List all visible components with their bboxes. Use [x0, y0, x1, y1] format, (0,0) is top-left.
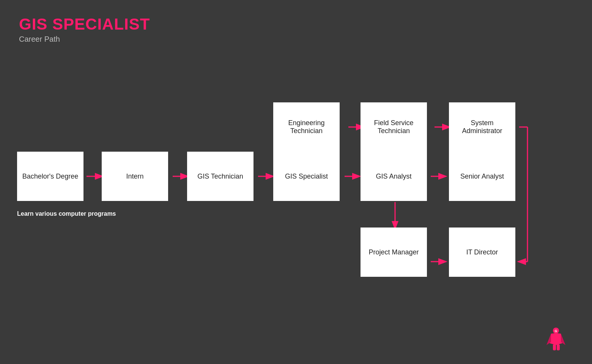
svg-text:G: G: [554, 329, 557, 333]
node-gis-spec: GIS Specialist: [273, 152, 340, 201]
hero-icon: G: [543, 326, 569, 353]
arrows-svg: [0, 53, 592, 349]
node-intern: Intern: [102, 152, 168, 201]
node-proj-mgr: Project Manager: [361, 228, 427, 277]
page-subtitle: Career Path: [19, 35, 150, 44]
career-diagram: Engineering Technician Field Service Tec…: [0, 53, 592, 349]
node-it-director: IT Director: [449, 228, 515, 277]
node-gis-tech: GIS Technician: [187, 152, 253, 201]
node-eng-tech: Engineering Technician: [273, 102, 340, 152]
svg-rect-15: [553, 344, 556, 350]
node-sys-admin: System Administrator: [449, 102, 515, 152]
node-bachelors: Bachelor's Degree: [17, 152, 83, 201]
learn-note: Learn various computer programs: [17, 210, 116, 217]
node-field-tech: Field Service Technician: [361, 102, 427, 152]
page-title: GIS SPECIALIST: [19, 15, 150, 33]
svg-rect-16: [557, 344, 560, 350]
node-senior-analyst: Senior Analyst: [449, 152, 515, 201]
header: GIS SPECIALIST Career Path: [19, 15, 150, 44]
node-gis-analyst: GIS Analyst: [361, 152, 427, 201]
